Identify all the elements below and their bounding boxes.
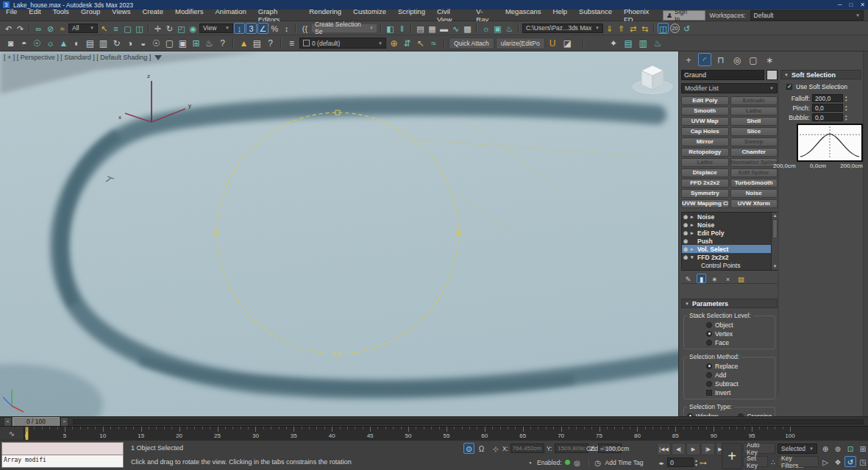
- visibility-toggle-icon[interactable]: ◉: [683, 246, 689, 252]
- select-object-icon[interactable]: ↖: [99, 23, 110, 34]
- viewport-layout-toggle-icon[interactable]: ◫: [658, 23, 669, 34]
- forest-pack-icon[interactable]: ▲: [238, 37, 250, 49]
- previous-frame-button[interactable]: <: [4, 417, 12, 427]
- zoom-extents-all-icon[interactable]: ⊞: [857, 443, 868, 454]
- hierarchy-tab[interactable]: ⊓: [714, 53, 728, 66]
- snap-toggle-3d-icon[interactable]: 3: [246, 23, 257, 34]
- key-step-icons[interactable]: ◂▸: [657, 457, 666, 468]
- falloff-field[interactable]: 200,0: [812, 94, 843, 102]
- viewport-label[interactable]: [ + ] [ Perspective ] [ Standard ] [ Def…: [4, 54, 162, 61]
- time-config-icon[interactable]: ◔: [525, 457, 534, 468]
- select-and-link-icon[interactable]: ∞: [33, 23, 44, 34]
- add-to-layer-icon[interactable]: ⊕: [388, 37, 400, 49]
- modifier-button-slice[interactable]: Slice: [730, 127, 778, 136]
- uv-tools-icon[interactable]: U: [547, 37, 559, 49]
- modifier-button-shell[interactable]: Shell: [730, 117, 778, 126]
- layer-color-box[interactable]: [303, 40, 310, 46]
- orbit-icon[interactable]: ↺: [844, 456, 856, 467]
- radio-option-object[interactable]: Object: [706, 321, 773, 329]
- close-button[interactable]: ✕: [860, 1, 865, 8]
- vray-material-icon[interactable]: ◒: [137, 37, 149, 49]
- bind-to-space-warp-icon[interactable]: ≈: [57, 23, 68, 34]
- export-file-icon[interactable]: ⇑: [616, 23, 627, 34]
- spinner-arrows[interactable]: ▴▾: [845, 114, 847, 121]
- time-slider-track[interactable]: [73, 419, 864, 424]
- time-slider-handle[interactable]: 0 / 100: [13, 417, 60, 427]
- select-by-name-icon[interactable]: ≡: [110, 23, 121, 34]
- current-frame-field[interactable]: 0: [667, 457, 694, 467]
- stack-item-push[interactable]: ◉Push: [682, 237, 777, 245]
- spinner-arrows[interactable]: ▴▾: [845, 95, 847, 102]
- key-mode-toggle-icon[interactable]: ⊶: [699, 457, 708, 468]
- radio-option-replace[interactable]: Replace: [706, 362, 773, 370]
- use-soft-selection-option[interactable]: Use Soft Selection: [786, 83, 847, 90]
- radio-mark[interactable]: [706, 381, 712, 387]
- maximize-viewport-icon[interactable]: ◳: [857, 456, 868, 467]
- field-of-view-icon[interactable]: ▷: [819, 456, 831, 467]
- reference-coordinate-dropdown[interactable]: View ▼: [199, 24, 233, 33]
- add-key-button[interactable]: +: [722, 443, 742, 469]
- vray-safe-frame-icon[interactable]: ▢: [163, 37, 176, 49]
- visibility-toggle-icon[interactable]: ◉: [683, 238, 689, 244]
- render-setup-icon[interactable]: ☼: [480, 23, 491, 34]
- expand-icon[interactable]: ▸: [691, 214, 696, 220]
- modifier-button-cap-holes[interactable]: Cap Holes: [681, 127, 729, 136]
- viewport-label-text[interactable]: [ + ] [ Perspective ] [ Standard ] [ Def…: [4, 54, 151, 61]
- vray-preview-icon[interactable]: ▣: [177, 37, 189, 49]
- spinner-arrows[interactable]: ▴▾: [845, 104, 847, 112]
- vray-light-icon[interactable]: ☉: [31, 37, 43, 49]
- object-name-field[interactable]: Graund: [681, 70, 764, 80]
- window-crossing-icon[interactable]: ◫: [134, 23, 145, 34]
- radio-mark[interactable]: [706, 372, 712, 378]
- modifier-button-retopology[interactable]: Retopology: [681, 148, 729, 157]
- workspace-dropdown[interactable]: Default ▼: [750, 10, 864, 21]
- asset-tracking-icon[interactable]: ⇆: [639, 23, 650, 34]
- go-to-start-icon[interactable]: |◀◀: [657, 443, 671, 455]
- compact-material-editor-icon[interactable]: ◪: [561, 37, 574, 49]
- mirror-icon[interactable]: ◧: [385, 23, 396, 34]
- vray-geosphere-icon[interactable]: ◐: [71, 37, 83, 49]
- expand-icon[interactable]: ▸: [691, 222, 696, 228]
- modifier-button-mirror[interactable]: Mirror: [681, 138, 729, 146]
- layer-list-icon[interactable]: ≈: [427, 37, 440, 49]
- vray-environment-icon[interactable]: ◑: [124, 37, 136, 49]
- transform-type-in-icon[interactable]: ⊹: [491, 443, 500, 454]
- utilities-tab[interactable]: ∗: [763, 53, 776, 66]
- zoom-all-icon[interactable]: ⊚: [832, 443, 844, 454]
- modifier-list-dropdown[interactable]: Modifier List ▼: [681, 83, 778, 93]
- checkbox-mark[interactable]: [706, 390, 712, 396]
- use-pivot-point-center-icon[interactable]: ↨: [234, 23, 245, 34]
- parameters-rollout-header[interactable]: ▼ Parameters: [681, 299, 778, 308]
- vray-light-lister-icon[interactable]: ☉: [150, 37, 163, 49]
- badge-20-icon[interactable]: 20: [670, 24, 680, 33]
- viewport-filter-icon[interactable]: [154, 55, 162, 60]
- pin-stack-icon[interactable]: ✎: [683, 274, 693, 283]
- perspective-viewport[interactable]: z x y [ + ] [ Perspective ] [ Standard ]…: [0, 51, 678, 416]
- frame-spinner[interactable]: ▴▾: [695, 458, 697, 467]
- select-and-scale-icon[interactable]: ◰: [176, 23, 187, 34]
- modifier-stack-tools-icon[interactable]: ⇵: [401, 37, 413, 49]
- make-unique-icon[interactable]: ∗: [710, 274, 719, 283]
- auto-key-button[interactable]: Auto Key: [743, 443, 775, 454]
- display-tab[interactable]: ▢: [747, 53, 760, 66]
- modifier-button-ffd-2x2x2[interactable]: FFD 2x2x2: [681, 179, 729, 188]
- pick-from-scene-icon[interactable]: ↖: [414, 37, 427, 49]
- vray-denoiser-icon[interactable]: ↻: [110, 37, 123, 49]
- play-icon[interactable]: ▶: [686, 443, 700, 455]
- x-coordinate-field[interactable]: 764,452cm: [511, 444, 544, 453]
- radio-option-vertex[interactable]: Vertex: [706, 330, 773, 338]
- radio-mark[interactable]: [706, 322, 712, 328]
- percent-snap-toggle-icon[interactable]: %: [269, 23, 280, 34]
- layer-manager-icon[interactable]: ≡: [285, 37, 298, 49]
- named-selection-sets-dropdown[interactable]: Create Selection Se ▼: [311, 24, 377, 33]
- rectangular-selection-region-icon[interactable]: ▢: [122, 23, 133, 34]
- set-key-filters-icon[interactable]: ∴: [769, 456, 777, 467]
- key-filters-button[interactable]: Key Filters...: [778, 456, 819, 467]
- pan-icon[interactable]: ❖: [832, 456, 844, 467]
- next-frame-button[interactable]: >: [60, 417, 68, 427]
- schematic-view-icon[interactable]: ▩: [462, 23, 473, 34]
- visibility-toggle-icon[interactable]: ◉: [683, 214, 689, 220]
- script-run-icon[interactable]: ▤: [622, 37, 635, 49]
- interactive-render-icon[interactable]: ↺: [681, 23, 692, 34]
- use-soft-selection-checkbox[interactable]: [786, 84, 792, 90]
